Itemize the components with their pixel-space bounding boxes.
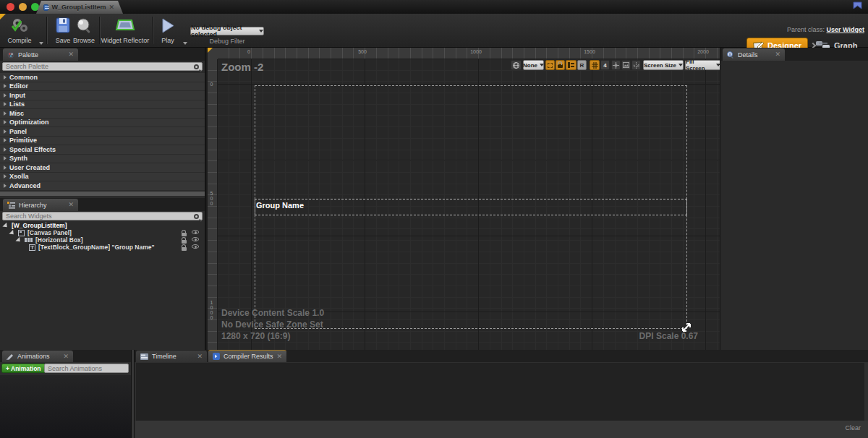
- hierarchy-row-root[interactable]: [W_GroupListItem]: [0, 222, 205, 229]
- palette-search-input[interactable]: [6, 63, 194, 70]
- palette-category-primitive[interactable]: Primitive: [0, 137, 205, 146]
- expander-icon[interactable]: [4, 156, 7, 160]
- add-animation-button[interactable]: + Animation: [1, 364, 46, 373]
- compile-options-caret-icon[interactable]: [39, 42, 43, 45]
- animations-tabstrip: Animations: [0, 350, 131, 362]
- palette-category-special-effects[interactable]: Special Effects: [0, 145, 205, 155]
- textblock-preview[interactable]: Group Name: [256, 201, 304, 210]
- palette-category-xsolla[interactable]: Xsolla: [0, 173, 205, 182]
- expander-open-icon[interactable]: [9, 229, 15, 236]
- visibility-eye-icon[interactable]: [192, 244, 199, 249]
- tab-hierarchy[interactable]: Hierarchy: [3, 199, 78, 211]
- preview-background-button[interactable]: [621, 60, 631, 70]
- expander-icon[interactable]: [4, 166, 7, 170]
- ruler-top: 0 500 1000 1500 2000: [218, 48, 720, 59]
- palette-tab-close-icon[interactable]: [68, 51, 74, 58]
- tab-details[interactable]: Details: [723, 48, 785, 61]
- window-minimize-icon[interactable]: [19, 3, 27, 11]
- dropdown-caret-icon: [259, 30, 263, 33]
- visibility-eye-icon[interactable]: [192, 230, 199, 234]
- selected-widget-outline[interactable]: [255, 199, 687, 215]
- lock-widgets-toggle[interactable]: [556, 60, 565, 70]
- animations-tab-close-icon[interactable]: [63, 353, 69, 360]
- visibility-eye-icon[interactable]: [192, 237, 199, 241]
- category-label: Common: [9, 74, 38, 81]
- tab-palette[interactable]: Palette: [3, 48, 78, 61]
- expander-icon[interactable]: [4, 120, 7, 124]
- design-canvas[interactable]: Zoom -2 None R 4: [218, 59, 720, 350]
- screen-size-dropdown[interactable]: Screen Size: [643, 60, 684, 70]
- palette-category-optimization[interactable]: Optimization: [0, 119, 205, 128]
- compiler-tab-close-icon[interactable]: [276, 353, 282, 360]
- palette-category-user-created[interactable]: User Created: [0, 163, 205, 173]
- expander-icon[interactable]: [4, 129, 7, 134]
- compile-button[interactable]: Compile: [4, 16, 35, 46]
- grid-snap-toggle[interactable]: [590, 60, 600, 70]
- fill-screen-dropdown[interactable]: Fill Screen: [685, 60, 720, 70]
- palette-category-input[interactable]: Input: [0, 91, 205, 100]
- expander-icon[interactable]: [4, 111, 7, 116]
- parent-class-info: Parent class: User Widget: [787, 26, 864, 33]
- palette-category-editor[interactable]: Editor: [0, 82, 205, 92]
- expander-icon[interactable]: [4, 75, 7, 80]
- expander-open-icon[interactable]: [2, 222, 9, 228]
- lock-icon[interactable]: [182, 240, 187, 244]
- tab-timeline[interactable]: Timeline: [136, 351, 207, 362]
- details-tab-close-icon[interactable]: [775, 51, 780, 58]
- bookmark-flag-icon[interactable]: [853, 1, 862, 10]
- hierarchy-search-input[interactable]: [6, 212, 194, 220]
- flag-preview-dropdown[interactable]: None: [523, 60, 544, 70]
- palette-category-panel[interactable]: Panel: [0, 127, 205, 137]
- move-crosshair-icon: [613, 62, 619, 69]
- expander-icon[interactable]: [4, 93, 7, 98]
- play-options-caret-icon[interactable]: [183, 42, 187, 45]
- respect-locks-toggle[interactable]: [566, 60, 576, 70]
- animations-search[interactable]: [44, 364, 129, 373]
- expander-icon[interactable]: [4, 147, 7, 152]
- tab-compiler-results[interactable]: Compiler Results: [208, 350, 286, 362]
- localization-preview-button[interactable]: [511, 60, 522, 70]
- lock-icon[interactable]: [182, 233, 187, 236]
- expander-icon[interactable]: [4, 138, 7, 142]
- raw-edit-toggle[interactable]: R: [577, 60, 587, 70]
- browse-button[interactable]: Browse: [71, 16, 97, 46]
- document-tab[interactable]: W_GroupListItem: [36, 1, 123, 14]
- palette-category-lists[interactable]: Lists: [0, 100, 205, 110]
- flip-preview-button[interactable]: [631, 60, 641, 70]
- details-tab-label: Details: [738, 51, 771, 59]
- parent-class-value[interactable]: User Widget: [827, 26, 864, 33]
- expander-icon[interactable]: [4, 84, 7, 88]
- hierarchy-row-horizontal-box[interactable]: [Horizontal Box]: [0, 236, 205, 244]
- debug-object-dropdown[interactable]: No debug object selected: [190, 27, 264, 35]
- lock-icon[interactable]: [182, 247, 187, 251]
- timeline-tab-close-icon[interactable]: [197, 353, 203, 360]
- palette-category-misc[interactable]: Misc: [0, 109, 205, 119]
- tab-close-icon[interactable]: [109, 4, 114, 11]
- hierarchy-tab-close-icon[interactable]: [68, 202, 74, 208]
- transform-mode-button[interactable]: [611, 60, 621, 70]
- widget-reflector-button[interactable]: Widget Reflector: [102, 16, 148, 46]
- palette-search[interactable]: [2, 62, 203, 71]
- hierarchy-row-textblock[interactable]: [TextBlock_GroupName] "Group Name": [0, 244, 205, 251]
- palette-category-common[interactable]: Common: [0, 73, 205, 82]
- clear-button[interactable]: Clear: [845, 424, 861, 431]
- expander-icon[interactable]: [4, 184, 7, 188]
- expander-open-icon[interactable]: [15, 236, 22, 243]
- hierarchy-row-canvas-panel[interactable]: [Canvas Panel]: [0, 229, 205, 236]
- panel-splitter[interactable]: [0, 192, 205, 196]
- play-button[interactable]: Play: [156, 16, 179, 46]
- animations-tab-label: Animations: [17, 353, 59, 360]
- hierarchy-search[interactable]: [2, 212, 203, 220]
- grid-size-spinner[interactable]: 4: [600, 60, 610, 70]
- expander-icon[interactable]: [4, 174, 7, 179]
- tab-animations[interactable]: Animations: [2, 351, 73, 362]
- palette-category-advanced[interactable]: Advanced: [0, 181, 205, 191]
- palette-category-synth[interactable]: Synth: [0, 155, 205, 164]
- fill-screen-label: Fill Screen: [686, 59, 714, 72]
- widget-reflector-label: Widget Reflector: [101, 37, 150, 44]
- window-close-icon[interactable]: [7, 3, 14, 11]
- compiler-log-area[interactable]: [136, 363, 864, 421]
- animations-search-input[interactable]: [48, 365, 132, 372]
- expander-icon[interactable]: [4, 102, 7, 106]
- show-outlines-toggle[interactable]: [545, 60, 555, 70]
